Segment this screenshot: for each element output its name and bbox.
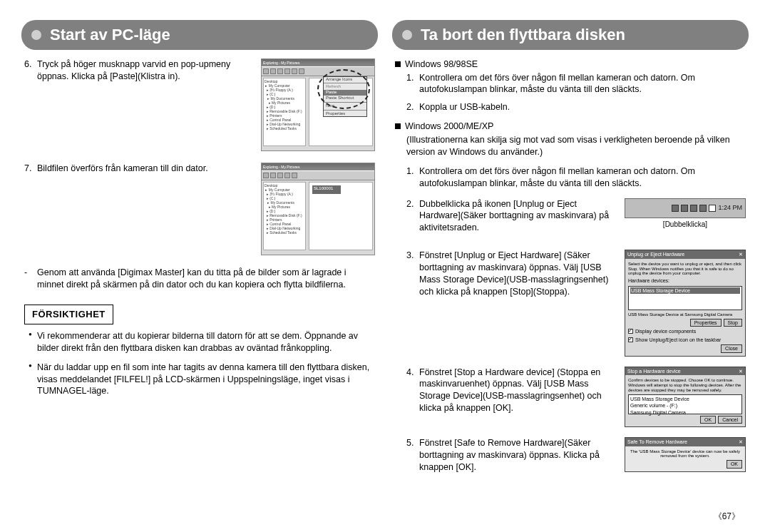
properties-button[interactable]: Properties — [690, 319, 722, 327]
caution-item: Vi rekommenderar att du kopierar bildern… — [29, 330, 375, 354]
step6-number: 6. — [24, 58, 34, 83]
close-button[interactable]: Close — [721, 344, 742, 352]
chk1-label: Display device components — [635, 328, 696, 334]
tray-icon[interactable] — [699, 205, 707, 212]
s1-text: Kontrollera om det förs över någon fil m… — [419, 165, 746, 190]
checkbox-icon[interactable] — [628, 329, 633, 334]
digimax-note: Genom att använda [Digimax Master] kan d… — [37, 267, 375, 291]
taskbar-time: 1:24 PM — [718, 203, 742, 212]
step7-text: Bildfilen överförs från kameran till din… — [37, 163, 208, 175]
stop-hardware-dialog: Stop a Hardware device✕ Confirm devices … — [625, 367, 746, 428]
w98-step1-text: Kontrollera om det förs över någon fil m… — [419, 72, 746, 96]
dash-marker: - — [24, 267, 34, 291]
explorer-title-2: Exploring - My Pictures — [262, 163, 374, 170]
device-item[interactable]: Samsung Digital Camera — [630, 409, 740, 416]
explorer-tree-2: Desktop ▸ My Computer ▸ 3½ Floppy (A:) ▸… — [263, 182, 306, 250]
dlg-title: Safe To Remove Hardware — [627, 439, 687, 445]
section-title-left: Start av PC-läge — [21, 20, 378, 50]
safe-remove-dialog: Safe To Remove Hardware✕ The 'USB Mass S… — [625, 437, 746, 472]
taskbar-figure: 1:24 PM [Dubbelklicka] — [625, 198, 746, 240]
menu-refresh[interactable]: Refresh — [324, 84, 366, 90]
explorer-screenshot-paste: Exploring - My Pictures Desktop ▸ My Com… — [261, 58, 375, 151]
s3-text: Fönstret [Unplug or Eject Hardware] (Säk… — [419, 250, 617, 298]
menu-properties[interactable]: Properties — [324, 111, 366, 117]
checkbox-icon[interactable] — [628, 337, 633, 342]
explorer-title: Exploring - My Pictures — [262, 59, 374, 66]
windows-2000-header: Windows 2000/ME/XP — [405, 121, 493, 133]
hw-label: Hardware devices: — [628, 277, 742, 284]
s3-num: 3. — [406, 250, 416, 298]
right-column: Ta bort den flyttbara disken Windows 98/… — [392, 20, 749, 486]
s1-num: 1. — [406, 165, 416, 190]
stop-button[interactable]: Stop — [724, 319, 742, 327]
close-icon[interactable]: ✕ — [739, 368, 743, 374]
caution-item: När du laddar upp en fil som inte har ta… — [29, 362, 375, 398]
w98-step2-num: 2. — [406, 101, 416, 113]
dlg-title: Stop a Hardware device — [627, 368, 681, 374]
s5-text: Fönstret [Safe to Remove Hardware](Säker… — [419, 437, 617, 474]
explorer-tree: Desktop ▸ My Computer ▸ 3½ Floppy (A:) ▸… — [263, 78, 306, 146]
square-bullet-icon — [395, 123, 401, 129]
menu-paste-shortcut[interactable]: Paste Shortcut — [324, 96, 366, 101]
cancel-button[interactable]: Cancel — [718, 416, 742, 424]
device-item[interactable]: USB Mass Storage Device — [630, 396, 740, 402]
section-title-right: Ta bort den flyttbara disken — [392, 20, 749, 50]
s4-text: Fönstret [Stop a Hardware device] (Stopp… — [419, 367, 617, 415]
caution-header: FÖRSIKTIGHET — [24, 305, 113, 324]
close-icon[interactable]: ✕ — [739, 439, 743, 445]
taskbar-caption: [Dubbelklicka] — [625, 220, 746, 230]
dlg-text: Select the device you want to unplug or … — [628, 262, 742, 277]
s2-num: 2. — [406, 198, 416, 235]
windows-98-header: Windows 98/98SE — [405, 58, 478, 71]
step6-text: Tryck på höger musknapp varvid en pop-up… — [37, 58, 251, 83]
s5-num: 5. — [406, 437, 416, 474]
ok-button[interactable]: OK — [727, 460, 742, 468]
close-icon[interactable]: ✕ — [739, 251, 743, 257]
tray-icon[interactable] — [690, 205, 697, 212]
hw-desc: USB Mass Storage Device at Samsung Digit… — [628, 312, 742, 317]
tray-icon[interactable] — [672, 205, 679, 212]
tray-icon[interactable] — [681, 205, 688, 212]
menu-paste[interactable]: Paste — [324, 90, 366, 96]
w98-step1-num: 1. — [406, 72, 416, 96]
page-number: 《67》 — [714, 511, 740, 522]
dlg-title: Unplug or Eject Hardware — [627, 251, 684, 257]
w98-step2-text: Koppla ur USB-kabeln. — [419, 101, 510, 113]
hw-item[interactable]: USB Mass Storage Device — [630, 287, 740, 294]
step7-number: 7. — [24, 163, 34, 175]
dlg-text: Confirm devices to be stopped. Choose OK… — [628, 378, 742, 393]
square-bullet-icon — [395, 61, 401, 67]
left-column: Start av PC-läge 6. Tryck på höger muskn… — [21, 20, 378, 486]
ok-button[interactable]: OK — [700, 416, 716, 424]
menu-new[interactable]: New — [324, 103, 366, 109]
hw-listbox[interactable]: USB Mass Storage Device — [628, 286, 742, 310]
windows-2000-note: (Illustrationerna kan skilja sig mot vad… — [395, 134, 746, 158]
menu-arrange-icons[interactable]: Arrange Icons — [324, 77, 366, 83]
device-item[interactable]: Generic volume - (F:) — [630, 402, 740, 409]
explorer-screenshot-file: Exploring - My Pictures Desktop ▸ My Com… — [261, 163, 375, 255]
device-listbox[interactable]: USB Mass Storage Device Generic volume -… — [628, 394, 742, 414]
unplug-dialog: Unplug or Eject Hardware✕ Select the dev… — [625, 250, 746, 356]
dlg-text: The 'USB Mass Storage Device' device can… — [628, 449, 742, 459]
context-menu[interactable]: Arrange Icons Refresh Paste Paste Shortc… — [323, 76, 367, 118]
s2-text: Dubbelklicka på ikonen [Unplug or Eject … — [419, 198, 617, 235]
tray-eject-icon[interactable] — [709, 205, 716, 212]
s4-num: 4. — [406, 367, 416, 415]
chk2-label: Show Unplug/Eject icon on the taskbar — [635, 337, 721, 343]
file-thumb: SL100001 — [312, 185, 341, 194]
